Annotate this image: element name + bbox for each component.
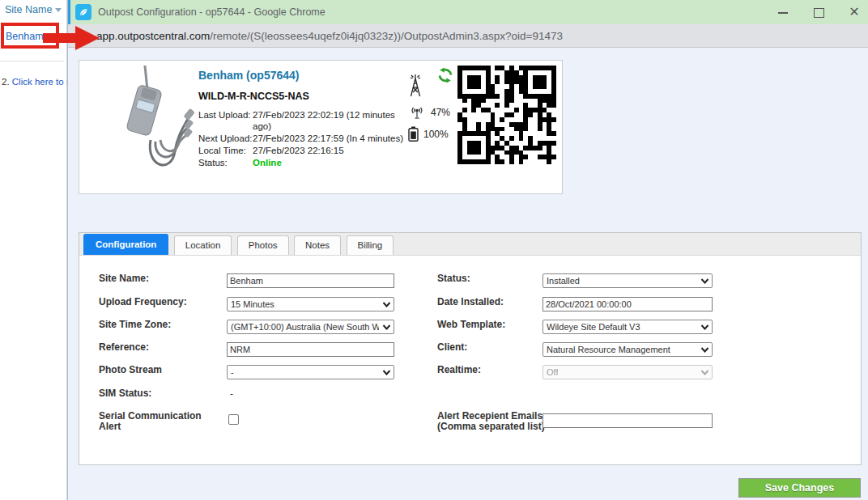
sim-status-value: -	[230, 388, 233, 400]
configuration-panel: Configuration Location Photos Notes Bill…	[79, 232, 862, 465]
tab-billing[interactable]: Billing	[347, 235, 394, 255]
minimize-icon[interactable]	[777, 6, 789, 18]
outpost-leaf-app-icon	[75, 4, 91, 20]
click-here-link[interactable]: Click here to sl	[12, 77, 73, 87]
site-list-sidebar: Site Name Benham 2. Click here to sl	[0, 0, 67, 500]
battery-percent: 100%	[423, 129, 449, 140]
browser-url-bar[interactable]: app.outpostcentral.com/remote/(S(leossee…	[68, 24, 868, 48]
status-select[interactable]: Installed	[542, 273, 713, 288]
client-label: Client:	[437, 342, 467, 353]
tab-location[interactable]: Location	[174, 235, 232, 255]
site-name-column-header[interactable]: Site Name	[5, 4, 66, 15]
tab-strip: Configuration Location Photos Notes Bill…	[79, 233, 861, 256]
window-title: Outpost Configuration - op57644 - Google…	[98, 6, 326, 18]
next-upload-label: Next Upload:	[198, 133, 253, 144]
save-changes-button[interactable]: Save Changes	[738, 478, 861, 498]
last-upload-label: Last Upload:	[198, 109, 253, 132]
tower-indicator	[408, 74, 465, 98]
site-name-header-label: Site Name	[5, 4, 52, 15]
device-status-label: Status:	[198, 157, 253, 168]
next-upload-row: Next Upload: 27/Feb/2023 22:17:59 (In 4 …	[198, 133, 409, 144]
note-number: 2.	[2, 77, 10, 87]
page-content: Benham (op57644) WILD-M-R-NCCS5-NAS Last…	[68, 48, 868, 499]
chevron-down-icon	[700, 368, 709, 377]
window-titlebar: Outpost Configuration - op57644 - Google…	[68, 0, 868, 24]
signal-percent: 47%	[431, 107, 450, 118]
url-path: /remote/(S(leossees4uqefz0i4jq0323z))/Ou…	[210, 30, 563, 42]
chevron-down-icon	[700, 345, 709, 354]
battery-icon	[408, 126, 419, 142]
local-time-label: Local Time:	[198, 145, 253, 156]
tab-photos[interactable]: Photos	[237, 235, 289, 255]
local-time-value: 27/Feb/2023 22:16:15	[253, 145, 409, 156]
device-photo	[104, 66, 201, 189]
date-installed-input[interactable]	[542, 297, 713, 311]
tab-configuration[interactable]: Configuration	[83, 234, 168, 255]
url-domain: app.outpostcentral.com	[96, 30, 210, 42]
sim-status-label: SIM Status:	[99, 388, 151, 399]
sidebar-divider	[0, 61, 64, 61]
realtime-label: Realtime:	[437, 365, 481, 375]
battery-indicator: 100%	[408, 126, 465, 142]
device-indicators: 47% 100%	[408, 74, 465, 149]
web-template-select[interactable]: Wildeye Site Default V3	[542, 320, 713, 334]
status-row: Status: Online	[198, 157, 409, 168]
tab-notes[interactable]: Notes	[294, 235, 341, 255]
screen: Site Name Benham 2. Click here to sl Out…	[0, 0, 868, 500]
chevron-down-icon	[700, 323, 709, 332]
last-upload-value: 27/Feb/2023 22:02:19 (12 minutes ago)	[253, 109, 409, 132]
next-upload-value: 27/Feb/2023 22:17:59 (In 4 minutes)	[253, 133, 409, 144]
close-icon[interactable]: ✕	[849, 6, 860, 18]
sidebar-note: 2. Click here to sl	[2, 77, 73, 87]
signal-indicator: 47%	[408, 105, 465, 119]
web-template-label: Web Template:	[437, 320, 505, 330]
qr-code	[457, 66, 556, 164]
device-model: WILD-M-R-NCCS5-NAS	[198, 91, 309, 102]
local-time-row: Local Time: 27/Feb/2023 22:16:15	[198, 145, 409, 156]
sort-descending-icon[interactable]	[55, 8, 62, 12]
alert-recipient-emails-input[interactable]	[542, 413, 713, 428]
annotation-arrow-icon	[43, 24, 101, 52]
radio-tower-icon	[408, 74, 423, 98]
client-select[interactable]: Natural Resource Management	[542, 342, 713, 357]
device-name: Benham (op57644)	[198, 69, 299, 82]
device-status-value: Online	[253, 157, 409, 168]
chevron-down-icon	[700, 277, 709, 286]
device-summary-panel: Benham (op57644) WILD-M-R-NCCS5-NAS Last…	[79, 60, 563, 194]
last-upload-row: Last Upload: 27/Feb/2023 22:02:19 (12 mi…	[198, 109, 409, 132]
browser-window: Outpost Configuration - op57644 - Google…	[67, 0, 868, 500]
realtime-select: Off	[542, 365, 713, 379]
date-installed-label: Date Installed:	[437, 297, 504, 307]
refresh-icon[interactable]	[437, 67, 453, 83]
device-status-rows: Last Upload: 27/Feb/2023 22:02:19 (12 mi…	[198, 109, 409, 169]
url-text: app.outpostcentral.com/remote/(S(leossee…	[96, 30, 563, 42]
maximize-icon[interactable]	[813, 6, 824, 18]
status-label: Status:	[437, 273, 470, 284]
signal-strength-icon	[408, 105, 426, 119]
